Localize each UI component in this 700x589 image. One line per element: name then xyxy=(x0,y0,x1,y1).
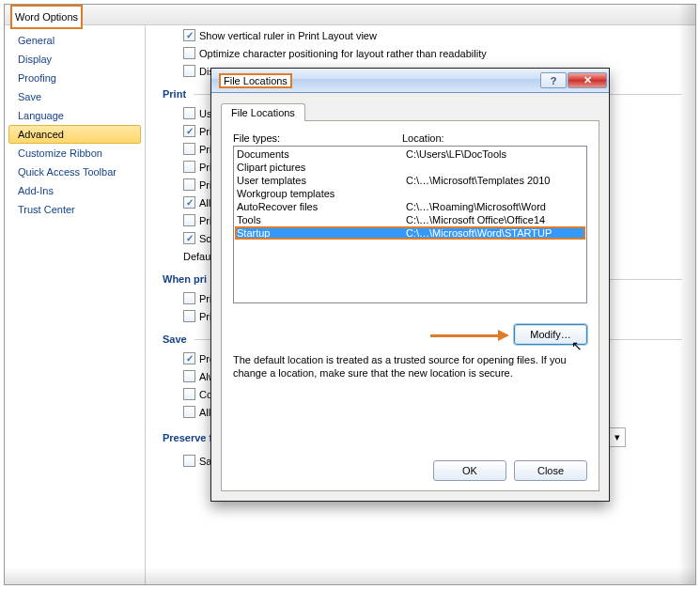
file-location-cell: C:\…\Microsoft Office\Office14 xyxy=(406,213,545,226)
save-option-checkbox[interactable] xyxy=(183,406,195,418)
print-option-checkbox[interactable] xyxy=(183,125,195,137)
sidebar-item-advanced[interactable]: Advanced xyxy=(8,125,141,144)
sidebar-item-proofing[interactable]: Proofing xyxy=(8,69,141,87)
dialog-titlebar[interactable]: File Locations ? ✕ xyxy=(211,69,609,93)
save-option-checkbox[interactable] xyxy=(183,388,195,400)
file-type-cell: Workgroup templates xyxy=(237,187,406,200)
sidebar-item-general[interactable]: General xyxy=(8,31,141,50)
ok-button[interactable]: OK xyxy=(433,460,506,481)
print-option-checkbox[interactable] xyxy=(183,196,195,209)
print-option-checkbox[interactable] xyxy=(183,107,195,119)
file-location-cell: C:\…\Roaming\Microsoft\Word xyxy=(406,200,546,213)
file-location-cell: C:\…\Microsoft\Word\STARTUP xyxy=(406,226,552,240)
header-location: Location: xyxy=(402,132,444,144)
dialog-tabstrip: File Locations xyxy=(221,102,599,121)
sidebar-item-save[interactable]: Save xyxy=(8,87,141,106)
preserve-document-dropdown[interactable]: ▾ xyxy=(608,427,626,447)
file-type-cell: Tools xyxy=(237,213,406,226)
help-icon: ? xyxy=(551,75,557,86)
print-option-checkbox[interactable] xyxy=(183,214,195,226)
print-option-checkbox[interactable] xyxy=(183,143,195,155)
save-option-checkbox[interactable] xyxy=(183,352,195,364)
file-location-row[interactable]: Clipart pictures xyxy=(235,161,585,174)
file-type-cell: Documents xyxy=(237,147,406,161)
close-icon: ✕ xyxy=(583,74,592,86)
file-location-cell: C:\…\Microsoft\Templates 2010 xyxy=(406,174,550,187)
sidebar-item-trust-center[interactable]: Trust Center xyxy=(8,200,141,219)
file-locations-note: The default location is treated as a tru… xyxy=(233,354,587,380)
sidebar-item-add-ins[interactable]: Add-Ins xyxy=(8,181,141,200)
when-printing-option-checkbox[interactable] xyxy=(183,310,195,322)
display-option-row: Optimize character positioning for layou… xyxy=(183,45,682,61)
sidebar-item-display[interactable]: Display xyxy=(8,50,141,69)
file-location-row[interactable]: Workgroup templates xyxy=(235,187,585,200)
print-option-checkbox[interactable] xyxy=(183,161,195,173)
print-option-checkbox[interactable] xyxy=(183,178,195,191)
file-location-row[interactable]: StartupC:\…\Microsoft\Word\STARTUP xyxy=(235,226,585,240)
sidebar-item-language[interactable]: Language xyxy=(8,106,141,125)
save-form-data-checkbox[interactable] xyxy=(183,455,195,467)
display-option-row: Show vertical ruler in Print Layout view xyxy=(183,27,682,43)
display-option-label: Show vertical ruler in Print Layout view xyxy=(199,30,377,41)
word-options-titlebar: Word Options xyxy=(5,5,695,25)
dialog-close-button[interactable]: ✕ xyxy=(568,72,607,88)
display-option-checkbox[interactable] xyxy=(183,29,195,41)
tab-file-locations[interactable]: File Locations xyxy=(221,103,305,121)
file-locations-dialog: File Locations ? ✕ File Locations File t… xyxy=(210,68,610,502)
file-location-row[interactable]: ToolsC:\…\Microsoft Office\Office14 xyxy=(235,213,585,226)
file-location-row[interactable]: AutoRecover filesC:\…\Roaming\Microsoft\… xyxy=(235,200,585,213)
annotation-arrow xyxy=(430,330,509,341)
sidebar-item-customize-ribbon[interactable]: Customize Ribbon xyxy=(8,144,141,163)
sidebar-item-quick-access-toolbar[interactable]: Quick Access Toolbar xyxy=(8,163,141,181)
display-option-label: Optimize character positioning for layou… xyxy=(199,48,487,59)
file-location-row[interactable]: DocumentsC:\Users\LF\DocTools xyxy=(235,147,585,161)
display-option-checkbox[interactable] xyxy=(183,47,195,59)
file-locations-header: File types: Location: xyxy=(233,132,587,144)
chevron-down-icon: ▾ xyxy=(614,431,620,443)
file-type-cell: User templates xyxy=(237,174,406,187)
print-option-checkbox[interactable] xyxy=(183,232,195,244)
file-location-cell: C:\Users\LF\DocTools xyxy=(406,147,506,161)
file-locations-list[interactable]: DocumentsC:\Users\LF\DocToolsClipart pic… xyxy=(233,146,587,303)
save-option-checkbox[interactable] xyxy=(183,370,195,382)
dialog-title: File Locations xyxy=(219,73,292,88)
file-type-cell: AutoRecover files xyxy=(237,200,406,213)
file-location-row[interactable]: User templatesC:\…\Microsoft\Templates 2… xyxy=(235,174,585,187)
options-sidebar: GeneralDisplayProofingSaveLanguageAdvanc… xyxy=(5,25,146,584)
header-file-types: File types: xyxy=(233,132,402,144)
dialog-help-button[interactable]: ? xyxy=(540,72,567,88)
modify-button[interactable]: Modify… ↖ xyxy=(514,324,587,345)
cursor-icon: ↖ xyxy=(571,338,583,353)
when-printing-option-checkbox[interactable] xyxy=(183,292,195,304)
file-type-cell: Startup xyxy=(237,226,406,240)
display-option-checkbox[interactable] xyxy=(183,65,195,77)
close-button[interactable]: Close xyxy=(514,460,587,481)
file-type-cell: Clipart pictures xyxy=(237,161,406,174)
